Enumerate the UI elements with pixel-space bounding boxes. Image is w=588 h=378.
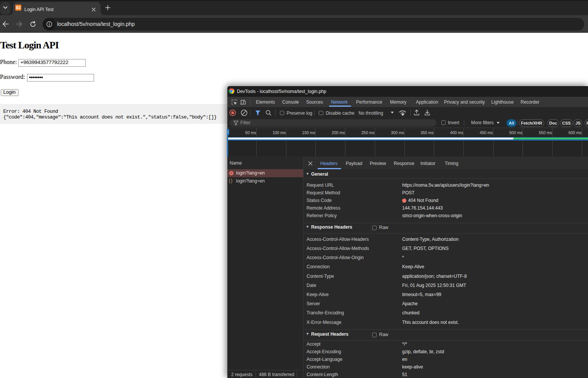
svg-text:83: 83 bbox=[16, 5, 21, 10]
